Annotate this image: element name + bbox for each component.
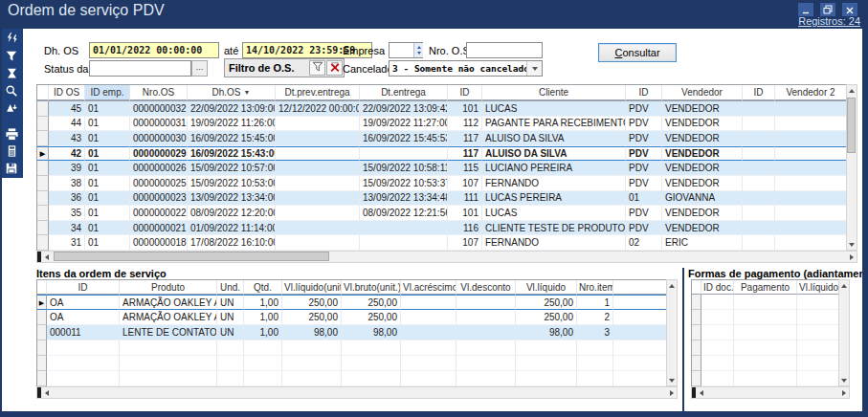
scroll-down-icon[interactable] <box>667 375 678 385</box>
scroll-left-icon[interactable] <box>696 387 706 398</box>
payments-hscrollbar[interactable] <box>691 386 850 399</box>
column-header[interactable]: ID <box>448 85 482 101</box>
column-header[interactable]: Dh.OS▼ <box>188 85 276 101</box>
column-header[interactable]: Vl.líquido <box>516 280 577 295</box>
table-row[interactable]: 3101000000001817/08/2022 16:10:00107FERN… <box>37 235 847 251</box>
filter-funnel-icon[interactable] <box>3 49 20 64</box>
status-os-input[interactable] <box>89 60 191 77</box>
column-header[interactable]: Vl.bruto(unit.) <box>342 280 401 295</box>
apply-filter-button[interactable] <box>309 60 325 76</box>
minimize-button[interactable] <box>798 3 813 16</box>
column-header[interactable]: Dt.entrega <box>360 85 448 101</box>
column-header[interactable]: ID <box>47 280 120 295</box>
scroll-down-icon[interactable] <box>847 239 857 250</box>
row-selector[interactable] <box>692 310 701 325</box>
empty-row[interactable] <box>37 371 667 386</box>
table-row[interactable]: 3901000000002615/09/2022 10:57:0015/09/2… <box>37 161 847 176</box>
table-row[interactable]: 4301000000003016/09/2022 15:45:0016/09/2… <box>37 131 847 146</box>
nro-os-input[interactable] <box>466 42 543 58</box>
row-selector[interactable]: ▶ <box>37 295 47 310</box>
column-header[interactable]: ID OS <box>49 85 85 101</box>
row-selector[interactable] <box>37 206 49 221</box>
table-row[interactable]: ▶OAARMAÇÃO OAKLEY ACRILICUN1,00250,00250… <box>37 295 667 310</box>
empty-row[interactable] <box>692 295 839 310</box>
row-selector[interactable] <box>37 176 49 191</box>
empty-row[interactable] <box>692 340 839 356</box>
column-header[interactable]: Vl.líquido <box>797 280 839 295</box>
scroll-right-icon[interactable] <box>846 252 857 262</box>
save-floppy-icon[interactable] <box>3 161 20 176</box>
row-selector[interactable] <box>692 325 701 340</box>
row-selector[interactable] <box>37 356 47 371</box>
scroll-up-icon[interactable] <box>847 85 857 96</box>
scroll-left-icon[interactable] <box>41 387 52 398</box>
hourglass-icon[interactable] <box>3 66 20 81</box>
column-header[interactable]: Qtd. <box>244 280 282 295</box>
empresa-spinner[interactable] <box>413 43 423 57</box>
zoom-magnifier-icon[interactable] <box>3 83 20 99</box>
row-selector[interactable] <box>37 325 47 340</box>
column-header[interactable]: Produto <box>120 280 217 295</box>
row-selector[interactable] <box>37 131 49 146</box>
empty-row[interactable] <box>692 325 839 340</box>
column-header[interactable]: ID emp. <box>85 85 130 101</box>
scroll-up-icon[interactable] <box>839 280 850 291</box>
table-row[interactable]: 3601000000002313/09/2022 13:34:0013/09/2… <box>37 191 847 207</box>
column-header[interactable]: ID doc. <box>701 280 734 295</box>
column-header[interactable]: ID <box>743 85 775 101</box>
column-header[interactable]: Vl.líquido(unit.) <box>282 280 342 295</box>
row-selector[interactable] <box>37 235 49 251</box>
column-header[interactable]: Nro.item <box>577 280 613 295</box>
empty-row[interactable] <box>37 340 667 356</box>
table-row[interactable]: 3801000000002515/09/2022 10:53:0015/09/2… <box>37 176 847 191</box>
dh-os-from-input[interactable] <box>89 42 219 58</box>
row-selector[interactable] <box>37 117 49 132</box>
table-row[interactable]: 3501000000002208/09/2022 12:20:0008/09/2… <box>37 206 847 221</box>
lightning-refresh-icon[interactable] <box>3 32 20 47</box>
clear-filter-button[interactable] <box>326 60 343 76</box>
table-row[interactable]: ▶4201000000002916/09/2022 15:43:00117ALU… <box>37 146 847 162</box>
row-selector[interactable] <box>692 295 701 310</box>
panel-splitter[interactable] <box>682 268 684 411</box>
scroll-down-icon[interactable] <box>839 375 850 385</box>
payments-vscrollbar[interactable] <box>838 279 850 386</box>
ranking-cone-icon[interactable] <box>3 100 20 116</box>
empty-row[interactable] <box>37 356 667 371</box>
row-selector[interactable] <box>692 340 701 356</box>
table-row[interactable]: 3401000000002101/09/2022 11:14:00116CLIE… <box>37 221 847 236</box>
row-selector[interactable] <box>692 356 701 371</box>
column-header[interactable]: Pagamento <box>734 280 797 295</box>
column-header[interactable]: Vendedor 2 <box>775 85 847 101</box>
column-header[interactable]: Vl.acréscimo <box>401 280 456 295</box>
row-selector[interactable] <box>37 161 49 176</box>
status-browse-button[interactable]: ... <box>191 60 208 77</box>
table-row[interactable]: 000011LENTE DE CONTATO ACUVUUN1,0098,009… <box>37 325 667 340</box>
scroll-thumb[interactable] <box>54 252 329 261</box>
column-header[interactable]: Und. <box>217 280 244 295</box>
empty-row[interactable] <box>692 356 839 371</box>
consultar-button[interactable]: Consultar <box>598 43 677 62</box>
row-selector[interactable]: ▶ <box>37 146 49 162</box>
printer-icon[interactable] <box>3 126 20 142</box>
close-button[interactable] <box>842 3 857 16</box>
items-hscrollbar[interactable] <box>36 386 678 399</box>
row-selector[interactable] <box>37 191 49 207</box>
column-header[interactable]: Vendedor <box>662 85 743 101</box>
row-selector[interactable] <box>37 340 47 356</box>
registros-link[interactable]: Registros: 24 <box>798 15 860 27</box>
column-header[interactable]: Cliente <box>482 85 626 101</box>
column-header[interactable]: ID <box>626 85 662 101</box>
scroll-left-icon[interactable] <box>41 252 52 262</box>
empty-row[interactable] <box>692 371 839 386</box>
column-header[interactable]: Nro.OS <box>130 85 188 101</box>
orders-hscrollbar[interactable] <box>36 251 857 263</box>
table-row[interactable]: OAARMAÇÃO OAKLEY ACRILICUN1,00250,00250,… <box>37 310 667 325</box>
restore-button[interactable] <box>820 3 835 16</box>
table-row[interactable]: 4501000000003222/09/2022 13:09:0012/12/2… <box>37 101 847 117</box>
scroll-right-icon[interactable] <box>666 387 677 398</box>
cancelados-select[interactable]: 3 - Somente não cancelados <box>389 60 543 77</box>
empty-row[interactable] <box>692 310 839 325</box>
orders-vscrollbar[interactable] <box>846 84 857 251</box>
row-selector[interactable] <box>37 221 49 236</box>
scroll-right-icon[interactable] <box>838 387 849 398</box>
